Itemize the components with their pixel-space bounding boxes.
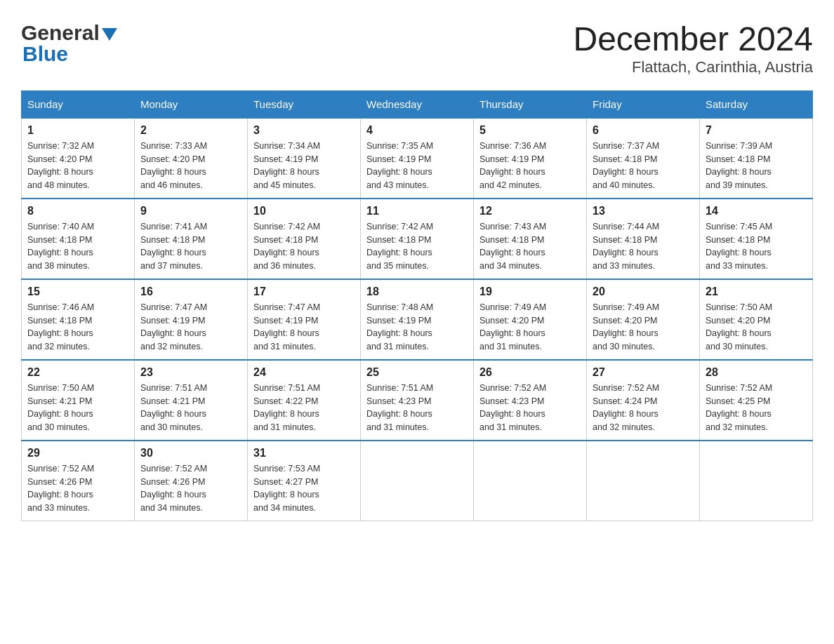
calendar-day-3: 3 Sunrise: 7:34 AM Sunset: 4:19 PM Dayli…: [248, 118, 361, 199]
calendar-day-27: 27 Sunrise: 7:52 AM Sunset: 4:24 PM Dayl…: [587, 360, 700, 441]
calendar-day-29: 29 Sunrise: 7:52 AM Sunset: 4:26 PM Dayl…: [22, 441, 135, 521]
calendar-day-14: 14 Sunrise: 7:45 AM Sunset: 4:18 PM Dayl…: [700, 199, 813, 279]
day-info-20: Sunrise: 7:49 AM Sunset: 4:20 PM Dayligh…: [593, 301, 694, 354]
calendar-day-18: 18 Sunrise: 7:48 AM Sunset: 4:19 PM Dayl…: [361, 279, 474, 360]
day-info-11: Sunrise: 7:42 AM Sunset: 4:18 PM Dayligh…: [366, 220, 468, 273]
weekday-header-saturday: Saturday: [700, 90, 813, 118]
day-number-10: 10: [253, 205, 355, 217]
day-number-28: 28: [706, 366, 807, 379]
day-number-18: 18: [366, 286, 468, 298]
day-number-4: 4: [366, 124, 468, 137]
calendar-day-7: 7 Sunrise: 7:39 AM Sunset: 4:18 PM Dayli…: [700, 118, 813, 199]
calendar-day-22: 22 Sunrise: 7:50 AM Sunset: 4:21 PM Dayl…: [22, 360, 135, 441]
calendar-day-2: 2 Sunrise: 7:33 AM Sunset: 4:20 PM Dayli…: [135, 118, 248, 199]
svg-marker-0: [102, 28, 117, 41]
logo-blue-text: Blue: [22, 42, 68, 66]
day-info-2: Sunrise: 7:33 AM Sunset: 4:20 PM Dayligh…: [140, 140, 241, 192]
day-number-31: 31: [253, 447, 355, 459]
calendar-day-31: 31 Sunrise: 7:53 AM Sunset: 4:27 PM Dayl…: [248, 441, 361, 521]
calendar-day-5: 5 Sunrise: 7:36 AM Sunset: 4:19 PM Dayli…: [474, 118, 587, 199]
day-info-21: Sunrise: 7:50 AM Sunset: 4:20 PM Dayligh…: [706, 301, 807, 354]
calendar-day-1: 1 Sunrise: 7:32 AM Sunset: 4:20 PM Dayli…: [22, 118, 135, 199]
page-subtitle: Flattach, Carinthia, Austria: [573, 58, 813, 76]
day-info-16: Sunrise: 7:47 AM Sunset: 4:19 PM Dayligh…: [140, 301, 241, 354]
calendar-day-4: 4 Sunrise: 7:35 AM Sunset: 4:19 PM Dayli…: [361, 118, 474, 199]
day-info-6: Sunrise: 7:37 AM Sunset: 4:18 PM Dayligh…: [593, 140, 694, 192]
day-number-11: 11: [366, 205, 468, 217]
day-number-13: 13: [593, 205, 694, 217]
day-info-5: Sunrise: 7:36 AM Sunset: 4:19 PM Dayligh…: [479, 140, 581, 192]
weekday-header-tuesday: Tuesday: [248, 90, 361, 118]
day-number-9: 9: [140, 205, 241, 217]
day-number-7: 7: [706, 124, 807, 137]
weekday-header-friday: Friday: [587, 90, 700, 118]
day-info-12: Sunrise: 7:43 AM Sunset: 4:18 PM Dayligh…: [479, 220, 581, 273]
day-info-1: Sunrise: 7:32 AM Sunset: 4:20 PM Dayligh…: [27, 140, 128, 192]
calendar-day-16: 16 Sunrise: 7:47 AM Sunset: 4:19 PM Dayl…: [135, 279, 248, 360]
day-number-24: 24: [253, 366, 355, 379]
weekday-header-row: SundayMondayTuesdayWednesdayThursdayFrid…: [22, 90, 813, 118]
day-number-1: 1: [27, 124, 128, 137]
weekday-header-wednesday: Wednesday: [361, 90, 474, 118]
calendar-day-24: 24 Sunrise: 7:51 AM Sunset: 4:22 PM Dayl…: [248, 360, 361, 441]
weekday-header-thursday: Thursday: [474, 90, 587, 118]
empty-cell: [587, 441, 700, 521]
calendar-day-21: 21 Sunrise: 7:50 AM Sunset: 4:20 PM Dayl…: [700, 279, 813, 360]
calendar-week-2: 8 Sunrise: 7:40 AM Sunset: 4:18 PM Dayli…: [22, 199, 813, 279]
calendar-day-17: 17 Sunrise: 7:47 AM Sunset: 4:19 PM Dayl…: [248, 279, 361, 360]
day-number-3: 3: [253, 124, 355, 137]
day-number-26: 26: [479, 366, 581, 379]
calendar-table: SundayMondayTuesdayWednesdayThursdayFrid…: [21, 90, 813, 521]
calendar-day-30: 30 Sunrise: 7:52 AM Sunset: 4:26 PM Dayl…: [135, 441, 248, 521]
weekday-header-sunday: Sunday: [22, 90, 135, 118]
logo: General Blue: [21, 21, 117, 66]
logo-triangle-icon: [102, 28, 117, 41]
day-info-7: Sunrise: 7:39 AM Sunset: 4:18 PM Dayligh…: [706, 140, 807, 192]
calendar-day-15: 15 Sunrise: 7:46 AM Sunset: 4:18 PM Dayl…: [22, 279, 135, 360]
day-number-6: 6: [593, 124, 694, 137]
calendar-week-3: 15 Sunrise: 7:46 AM Sunset: 4:18 PM Dayl…: [22, 279, 813, 360]
title-section: December 2024 Flattach, Carinthia, Austr…: [573, 21, 813, 76]
day-number-29: 29: [27, 447, 128, 459]
logo-general-text: General: [21, 21, 100, 45]
calendar-day-9: 9 Sunrise: 7:41 AM Sunset: 4:18 PM Dayli…: [135, 199, 248, 279]
calendar-body: 1 Sunrise: 7:32 AM Sunset: 4:20 PM Dayli…: [22, 118, 813, 521]
calendar-day-6: 6 Sunrise: 7:37 AM Sunset: 4:18 PM Dayli…: [587, 118, 700, 199]
calendar-day-11: 11 Sunrise: 7:42 AM Sunset: 4:18 PM Dayl…: [361, 199, 474, 279]
calendar-day-20: 20 Sunrise: 7:49 AM Sunset: 4:20 PM Dayl…: [587, 279, 700, 360]
day-info-30: Sunrise: 7:52 AM Sunset: 4:26 PM Dayligh…: [140, 462, 241, 515]
calendar-header: SundayMondayTuesdayWednesdayThursdayFrid…: [22, 90, 813, 118]
day-info-18: Sunrise: 7:48 AM Sunset: 4:19 PM Dayligh…: [366, 301, 468, 354]
day-info-17: Sunrise: 7:47 AM Sunset: 4:19 PM Dayligh…: [253, 301, 355, 354]
day-info-28: Sunrise: 7:52 AM Sunset: 4:25 PM Dayligh…: [706, 382, 807, 434]
day-number-19: 19: [479, 286, 581, 298]
day-number-15: 15: [27, 286, 128, 298]
calendar-week-1: 1 Sunrise: 7:32 AM Sunset: 4:20 PM Dayli…: [22, 118, 813, 199]
calendar-day-13: 13 Sunrise: 7:44 AM Sunset: 4:18 PM Dayl…: [587, 199, 700, 279]
day-number-27: 27: [593, 366, 694, 379]
empty-cell: [361, 441, 474, 521]
day-number-25: 25: [366, 366, 468, 379]
day-info-22: Sunrise: 7:50 AM Sunset: 4:21 PM Dayligh…: [27, 382, 128, 434]
day-number-17: 17: [253, 286, 355, 298]
day-info-27: Sunrise: 7:52 AM Sunset: 4:24 PM Dayligh…: [593, 382, 694, 434]
day-number-14: 14: [706, 205, 807, 217]
weekday-header-monday: Monday: [135, 90, 248, 118]
calendar-day-28: 28 Sunrise: 7:52 AM Sunset: 4:25 PM Dayl…: [700, 360, 813, 441]
day-number-16: 16: [140, 286, 241, 298]
calendar-week-4: 22 Sunrise: 7:50 AM Sunset: 4:21 PM Dayl…: [22, 360, 813, 441]
day-info-29: Sunrise: 7:52 AM Sunset: 4:26 PM Dayligh…: [27, 462, 128, 515]
day-info-3: Sunrise: 7:34 AM Sunset: 4:19 PM Dayligh…: [253, 140, 355, 192]
day-info-9: Sunrise: 7:41 AM Sunset: 4:18 PM Dayligh…: [140, 220, 241, 273]
day-info-13: Sunrise: 7:44 AM Sunset: 4:18 PM Dayligh…: [593, 220, 694, 273]
day-info-14: Sunrise: 7:45 AM Sunset: 4:18 PM Dayligh…: [706, 220, 807, 273]
day-number-21: 21: [706, 286, 807, 298]
day-info-31: Sunrise: 7:53 AM Sunset: 4:27 PM Dayligh…: [253, 462, 355, 515]
day-number-12: 12: [479, 205, 581, 217]
empty-cell: [700, 441, 813, 521]
day-info-8: Sunrise: 7:40 AM Sunset: 4:18 PM Dayligh…: [27, 220, 128, 273]
calendar-week-5: 29 Sunrise: 7:52 AM Sunset: 4:26 PM Dayl…: [22, 441, 813, 521]
day-number-5: 5: [479, 124, 581, 137]
calendar-day-19: 19 Sunrise: 7:49 AM Sunset: 4:20 PM Dayl…: [474, 279, 587, 360]
day-number-2: 2: [140, 124, 241, 137]
